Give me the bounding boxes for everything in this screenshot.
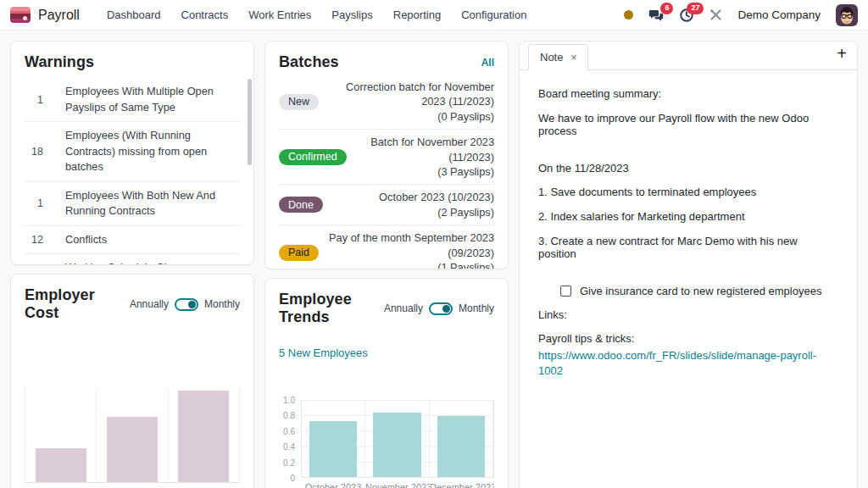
systray: 6 27 Demo Company <box>624 4 858 26</box>
chart-bar-december-2023[interactable] <box>437 416 485 477</box>
warnings-title: Warnings <box>25 53 240 71</box>
app-title[interactable]: Payroll <box>38 8 80 23</box>
warning-count: 12 <box>25 234 43 246</box>
warning-count: 1 <box>25 263 43 265</box>
warnings-panel: Warnings 1Employees With Multiple Open P… <box>10 41 254 265</box>
warning-count: 1 <box>25 94 43 106</box>
tools-icon[interactable] <box>709 8 722 21</box>
y-axis-ticks: 1.00.80.60.40.20 <box>279 400 301 478</box>
payroll-app-icon[interactable] <box>10 7 31 23</box>
employer-cost-chart <box>25 388 240 483</box>
batch-name: Batch for November 2023 (11/2023) <box>355 135 494 164</box>
batch-info: Batch for November 2023 (11/2023)(3 Pays… <box>355 135 494 179</box>
menu-payslips[interactable]: Payslips <box>321 0 382 30</box>
warning-row[interactable]: 18Employees (With Running Contracts) mis… <box>25 122 240 182</box>
close-tab-icon[interactable]: × <box>570 52 576 64</box>
chart-bar-november-2023[interactable] <box>178 391 229 482</box>
employee-trends-title: Employee Trends <box>279 291 384 326</box>
employee-trends-header: Employee Trends Annually Monthly <box>279 291 494 326</box>
employer-cost-title: Employer Cost <box>25 286 130 322</box>
batch-row[interactable]: PaidPay of the month September 2023 (09/… <box>279 225 494 269</box>
chart-bar-november-2023[interactable] <box>373 413 420 477</box>
payroll-tips-link[interactable]: https://www.odoo.com/fr_FR/slides/slide/… <box>538 348 838 379</box>
insurance-checkbox[interactable] <box>560 286 571 297</box>
top-navbar: Payroll DashboardContractsWork EntriesPa… <box>0 0 868 30</box>
navbar-left: Payroll DashboardContractsWork EntriesPa… <box>10 0 537 30</box>
batches-title: Batches <box>279 53 339 71</box>
warning-row[interactable]: 1Employees With Both New And Running Con… <box>25 182 240 226</box>
add-tab-button[interactable]: + <box>826 44 857 67</box>
batches-all-link[interactable]: All <box>481 57 494 69</box>
company-switcher[interactable]: Demo Company <box>737 8 821 21</box>
warning-label: Employees (With Running Contracts) missi… <box>65 128 240 175</box>
batch-name: Correction batch for November 2023 (11/2… <box>327 80 494 109</box>
user-avatar[interactable] <box>836 4 858 26</box>
warning-row[interactable]: 1Working Schedule Changes <box>25 254 240 265</box>
batch-status-badge: Paid <box>279 245 319 261</box>
note-paragraph: We have to improve our Payroll flow with… <box>538 112 838 138</box>
tab-note[interactable]: Note × <box>528 44 588 70</box>
employee-trends-period-toggle: Annually Monthly <box>384 302 494 315</box>
employer-cost-panel: Employer Cost Annually Monthly September… <box>10 274 254 488</box>
period-toggle-switch[interactable] <box>429 302 453 315</box>
batch-row[interactable]: DoneOctober 2023 (10/2023)(2 Payslips) <box>279 184 494 225</box>
insurance-checkbox-row: Give insurance card to new registered em… <box>560 285 838 297</box>
batch-info: Correction batch for November 2023 (11/2… <box>327 80 494 124</box>
tips-label: Payroll tips & tricks: <box>538 332 838 346</box>
insurance-checkbox-label: Give insurance card to new registered em… <box>580 285 821 297</box>
warning-count: 18 <box>25 146 43 158</box>
chart-category-label: December 2023 <box>430 482 494 488</box>
batch-payslips-count: (0 Payslips) <box>327 109 494 124</box>
batches-header: Batches All <box>279 53 494 71</box>
note-editor[interactable]: Board meeting summary: We have to improv… <box>520 70 857 396</box>
batch-row[interactable]: ConfirmedBatch for November 2023 (11/202… <box>279 129 494 184</box>
status-dot-icon[interactable] <box>624 10 633 19</box>
chart-category-label: November 2023 <box>365 482 430 488</box>
activities-clock-icon[interactable]: 27 <box>679 8 694 23</box>
note-paragraph: On the 11/28/2023 <box>538 162 838 175</box>
chart-bar-october-2023[interactable] <box>107 417 158 482</box>
menu-dashboard[interactable]: Dashboard <box>97 0 171 30</box>
batch-info: October 2023 (10/2023)(2 Payslips) <box>331 190 494 219</box>
employer-cost-period-toggle: Annually Monthly <box>130 298 240 311</box>
period-toggle-switch[interactable] <box>175 298 198 311</box>
warning-label: Employees With Both New And Running Cont… <box>65 188 240 219</box>
menu-configuration[interactable]: Configuration <box>451 0 537 30</box>
messages-icon[interactable]: 6 <box>648 8 664 23</box>
batch-name: October 2023 (10/2023) <box>331 190 494 204</box>
note-tabbar: Note × + <box>520 42 857 70</box>
chart-column <box>430 400 493 477</box>
note-paragraph: 3. Create a new contract for Marc Demo w… <box>538 235 838 261</box>
chart-ytick-label: 0.6 <box>283 426 295 435</box>
batches-list: NewCorrection batch for November 2023 (1… <box>279 75 494 269</box>
warning-row[interactable]: 1Employees With Multiple Open Payslips o… <box>25 78 240 122</box>
tab-note-label: Note <box>540 51 563 64</box>
warnings-scrollbar[interactable] <box>248 79 252 165</box>
employee-trends-chart: 1.00.80.60.40.20 <box>279 400 494 478</box>
chart-bar-october-2023[interactable] <box>309 421 357 477</box>
chart-column <box>365 400 429 477</box>
batch-payslips-count: (1 Payslips) <box>327 260 494 269</box>
main-menu: DashboardContractsWork EntriesPayslipsRe… <box>97 0 537 30</box>
warning-label: Employees With Multiple Open Payslips of… <box>65 84 240 115</box>
batch-row[interactable]: NewCorrection batch for November 2023 (1… <box>279 75 494 129</box>
chart-column <box>302 400 365 477</box>
employee-trends-plot <box>301 400 494 478</box>
batch-payslips-count: (3 Payslips) <box>355 164 494 179</box>
menu-work-entries[interactable]: Work Entries <box>238 0 321 30</box>
chart-category-label: October 2023 <box>301 482 365 488</box>
batch-payslips-count: (2 Payslips) <box>331 205 494 219</box>
batch-status-badge: Confirmed <box>279 149 347 165</box>
batch-status-badge: New <box>279 94 319 110</box>
menu-reporting[interactable]: Reporting <box>383 0 451 30</box>
menu-contracts[interactable]: Contracts <box>171 0 239 30</box>
chart-ytick-label: 0.4 <box>283 442 295 452</box>
chart-bar-september-2023[interactable] <box>36 448 86 482</box>
warning-row[interactable]: 12Conflicts <box>25 226 240 255</box>
batches-panel: Batches All NewCorrection batch for Nove… <box>264 41 509 269</box>
payroll-dashboard: Payroll DashboardContractsWork EntriesPa… <box>0 0 868 488</box>
annually-label: Annually <box>384 302 423 314</box>
chart-ytick-label: 1.0 <box>283 396 295 405</box>
batch-status-badge: Done <box>279 197 323 213</box>
new-employees-link[interactable]: 5 New Employees <box>279 347 368 359</box>
